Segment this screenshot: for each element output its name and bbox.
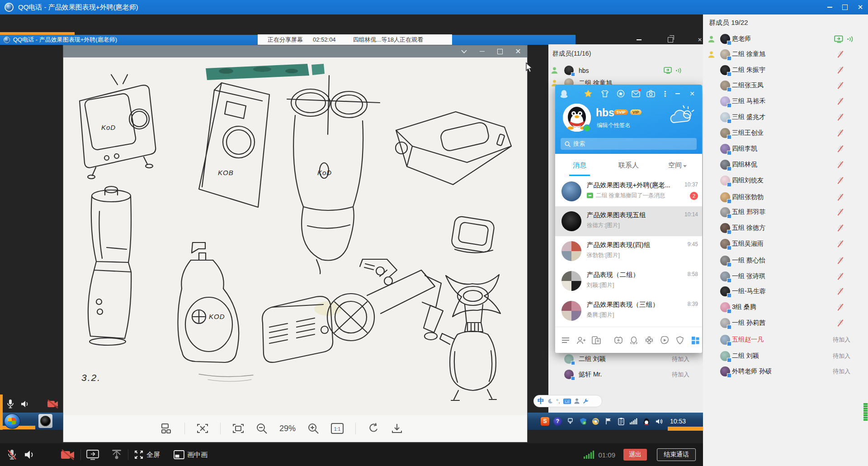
message-item[interactable]: 产品效果图表现+外聘(扈老... 10:37 ➦ 二组 徐童旭撤回了一条消息 2 (555, 176, 702, 206)
close-button[interactable]: ✕ (853, 0, 868, 14)
clover-icon[interactable] (642, 334, 656, 346)
start-button[interactable] (4, 414, 20, 429)
message-item[interactable]: 产品效果图表现(四)组 9:45 张勃勃:[图片] (555, 236, 702, 266)
member-row[interactable]: 扈老师 (703, 32, 868, 46)
fit-screen-icon[interactable] (232, 423, 244, 434)
ime-toolbar[interactable]: 中 °, (533, 395, 602, 407)
member-row[interactable]: 3组 桑腾 (703, 300, 868, 314)
maximize-button[interactable] (837, 0, 853, 14)
pip-button[interactable]: 画中画 (174, 450, 208, 459)
mic-muted-icon[interactable] (6, 449, 17, 461)
penguin-doodle-icon[interactable] (627, 334, 641, 346)
end-call-button[interactable]: 结束通话 (657, 448, 696, 461)
presenter-mode-icon[interactable] (111, 449, 123, 460)
member-row[interactable]: 五组 徐德方 (703, 221, 868, 235)
exit-button[interactable]: 退出 (623, 449, 647, 461)
speaker-icon[interactable] (21, 400, 30, 410)
camera-off-icon[interactable] (47, 399, 59, 410)
member-row[interactable]: 外聘老师 孙硕待加入 (703, 364, 868, 379)
taskbar-app-icon[interactable] (38, 414, 52, 428)
camera-icon[interactable] (645, 89, 656, 99)
tray-qq-icon[interactable] (642, 417, 651, 426)
tray-security-icon[interactable] (579, 417, 587, 426)
user-icon[interactable] (574, 398, 580, 404)
layout-icon[interactable] (161, 423, 173, 434)
tab-qzone[interactable]: 空间 (653, 161, 702, 170)
member-row[interactable]: 一组 蔡心怡 (703, 253, 868, 268)
member-row[interactable]: 五组赵一凡待加入 (703, 333, 868, 347)
message-item[interactable]: 产品效果图表现五组 10:14 徐德方:[图片] (555, 206, 702, 236)
member-row[interactable]: 五组吴淑雨 (703, 237, 868, 251)
speaker-icon[interactable] (24, 450, 35, 460)
member-row[interactable]: 四组刘统友 (703, 173, 868, 188)
inner-close-button[interactable]: ✕ (698, 37, 702, 43)
tray-clipboard-icon[interactable] (617, 417, 625, 426)
member-row[interactable]: 四组林侃 (703, 157, 868, 172)
tray-browser-icon[interactable] (591, 417, 600, 426)
file-assistant-icon[interactable] (590, 334, 603, 346)
viewer-close-button[interactable]: ✕ (509, 45, 527, 57)
member-row[interactable]: 一组 张诗琪 (703, 269, 868, 284)
tray-signal-icon[interactable] (629, 417, 638, 426)
dress-up-icon[interactable] (599, 89, 611, 99)
inner-restore-button[interactable] (668, 37, 673, 43)
message-item[interactable]: 产品表现（二组） 8:58 刘颖:[图片] (555, 266, 702, 296)
member-row[interactable]: 一组 孙莉茜 (703, 316, 868, 330)
member-row[interactable]: 二组 刘颖 待加入 (548, 353, 703, 365)
member-row[interactable]: hbs (548, 64, 703, 76)
zoom-in-icon[interactable] (307, 423, 319, 434)
wrench-icon[interactable] (583, 398, 589, 404)
member-row[interactable]: 三组王创业 (703, 126, 868, 140)
member-row[interactable]: 一组-马生蓉 (703, 284, 868, 299)
viewer-minimize-button[interactable] (473, 45, 491, 57)
zoom-level[interactable]: 29% (279, 424, 296, 433)
download-icon[interactable] (391, 423, 403, 434)
viewer-maximize-button[interactable] (491, 45, 509, 57)
taskbar-clock[interactable]: 10:53 (670, 418, 686, 425)
qq-minimize-button[interactable] (672, 89, 684, 99)
qq-close-button[interactable]: ✕ (686, 89, 698, 99)
member-row[interactable]: 三组 马裕禾 (703, 94, 868, 109)
member-row[interactable]: 四组李凯 (703, 142, 868, 156)
extract-text-icon[interactable] (197, 423, 208, 434)
message-item[interactable]: 产品效果图表现（三组） 8:39 桑腾:[图片] (555, 296, 702, 326)
add-contact-icon[interactable] (574, 334, 588, 346)
moon-icon[interactable] (547, 399, 553, 404)
zoom-out-icon[interactable] (256, 423, 268, 434)
main-menu-icon[interactable] (559, 334, 572, 346)
keyboard-icon[interactable] (563, 399, 571, 404)
member-row[interactable]: 五组 邢羽菲 (703, 205, 868, 219)
more-menu-icon[interactable]: ⋮ (659, 89, 671, 99)
viewer-titlebar[interactable]: ✕ (63, 45, 527, 57)
tab-contacts[interactable]: 联系人 (604, 161, 653, 170)
punctuation-icon[interactable]: °, (556, 398, 560, 404)
tab-messages[interactable]: 消息 (555, 161, 604, 170)
member-row[interactable]: 二组 徐童旭 (703, 47, 868, 62)
security-shield-icon[interactable] (673, 334, 687, 346)
tray-volume-icon[interactable] (655, 417, 663, 426)
search-bar[interactable]: 搜索 (561, 138, 697, 150)
app-titlebar[interactable]: QQ电话 - 产品效果图表现+外聘(扈老师) ✕ (0, 0, 868, 14)
minimize-button[interactable] (822, 0, 837, 14)
fullscreen-button[interactable]: 全屏 (134, 450, 160, 460)
mic-icon[interactable] (6, 399, 14, 411)
mail-icon[interactable] (630, 89, 642, 99)
app-manager-icon[interactable] (689, 334, 702, 346)
member-row[interactable]: 四组张勃勃 (703, 190, 868, 204)
game-center-icon[interactable] (612, 334, 625, 346)
share-screen-icon[interactable] (86, 449, 99, 460)
member-row[interactable]: 二组张玉凤 (703, 78, 868, 93)
member-center-icon[interactable] (615, 89, 627, 99)
member-row[interactable]: 三组 盛兆才 (703, 110, 868, 124)
camera-off-icon[interactable] (61, 449, 75, 460)
tray-hidden-icons[interactable] (566, 417, 575, 426)
tray-flag-icon[interactable] (604, 417, 613, 426)
rotate-icon[interactable] (368, 423, 379, 434)
member-row[interactable]: 二组 朱振宇 (703, 63, 868, 77)
viewer-collapse-button[interactable] (455, 45, 473, 57)
member-row[interactable]: 二组 刘颖待加入 (703, 349, 868, 363)
favorites-star-icon[interactable] (582, 89, 594, 99)
member-row[interactable]: 懿轩 Mr. 待加入 (548, 368, 703, 380)
tray-sogou-icon[interactable]: S (541, 417, 549, 426)
signature[interactable]: 编辑个性签名 (597, 122, 631, 129)
